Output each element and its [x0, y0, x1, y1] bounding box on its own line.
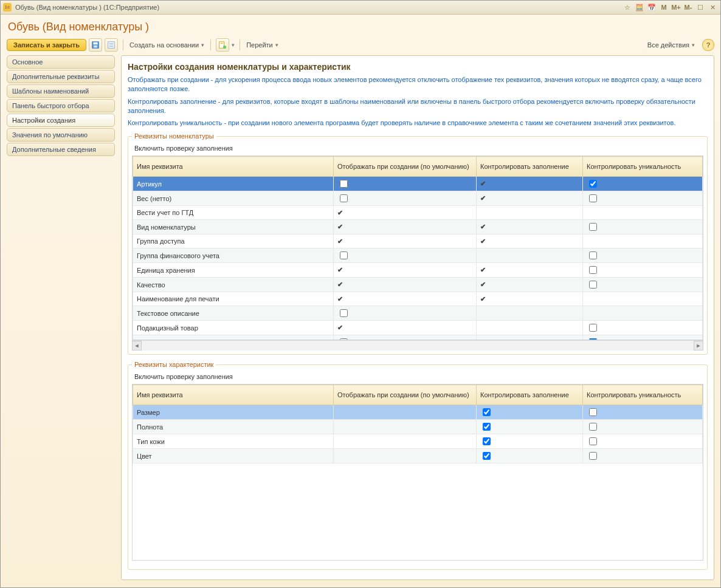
cell-name[interactable]: Текстовое описание [133, 306, 334, 321]
table-row[interactable]: Вес (нетто)✔ [133, 191, 703, 206]
checkbox[interactable] [340, 338, 348, 340]
table-row[interactable]: Вид номенклатуры✔✔ [133, 220, 703, 234]
col-uniq[interactable]: Контролировать уникальность [583, 157, 703, 177]
cell-show[interactable] [334, 420, 477, 434]
table-row[interactable]: Группа финансового учета [133, 248, 703, 263]
cell-show[interactable]: ✔ [334, 292, 477, 306]
side-tab-4[interactable]: Настройки создания [7, 114, 115, 127]
cell-uniq[interactable] [583, 434, 703, 449]
toggle-fill-check-link-1[interactable]: Включить проверку заполнения [134, 145, 703, 152]
cell-show[interactable]: ✔ [334, 321, 477, 335]
checkbox[interactable] [483, 423, 491, 431]
memory-m-icon[interactable]: M [658, 2, 669, 12]
cell-fill[interactable] [477, 306, 583, 321]
cell-fill[interactable] [477, 248, 583, 263]
cell-show[interactable] [334, 177, 477, 191]
cell-fill[interactable] [477, 420, 583, 434]
col-fill[interactable]: Контролировать заполнение [477, 157, 583, 177]
cell-name[interactable]: Качество [133, 278, 334, 292]
checkbox[interactable] [589, 266, 597, 274]
cell-name[interactable]: Вид номенклатуры [133, 220, 334, 234]
cell-show[interactable] [334, 248, 477, 263]
cell-uniq[interactable] [583, 206, 703, 220]
cell-uniq[interactable] [583, 248, 703, 263]
favorite-icon[interactable]: ☆ [622, 2, 633, 12]
cell-uniq[interactable] [583, 191, 703, 206]
col-show[interactable]: Отображать при создании (по умолчанию) [334, 157, 477, 177]
cell-show[interactable]: ✔ [334, 220, 477, 234]
cell-fill[interactable]: ✔ [477, 191, 583, 206]
calendar-icon[interactable]: 📅 [646, 2, 657, 12]
cell-show[interactable] [334, 335, 477, 340]
checkbox[interactable] [589, 281, 597, 289]
cell-uniq[interactable] [583, 263, 703, 278]
cell-name[interactable]: Группа финансового учета [133, 248, 334, 263]
cell-show[interactable] [334, 405, 477, 420]
cell-fill[interactable]: ✔ [477, 177, 583, 191]
checkbox[interactable] [589, 423, 597, 431]
create-based-on-menu[interactable]: Создать на основании [128, 41, 205, 49]
table-row[interactable]: Качество✔✔ [133, 278, 703, 292]
cell-show[interactable] [334, 306, 477, 321]
scroll-right-icon[interactable]: ► [694, 341, 703, 350]
checkbox[interactable] [589, 180, 597, 188]
cell-name[interactable]: Подакцизный товар [133, 321, 334, 335]
col-fill[interactable]: Контролировать заполнение [477, 385, 583, 405]
cell-uniq[interactable] [583, 220, 703, 234]
side-tab-5[interactable]: Значения по умолчанию [7, 128, 115, 142]
cell-uniq[interactable] [583, 292, 703, 306]
checkbox[interactable] [483, 452, 491, 460]
table-row[interactable]: Группа доступа✔✔ [133, 234, 703, 248]
cell-fill[interactable] [477, 321, 583, 335]
cell-name[interactable]: Размер [133, 405, 334, 420]
col-uniq[interactable]: Контролировать уникальность [583, 385, 703, 405]
table-row[interactable]: Размер [133, 405, 703, 420]
calculator-icon[interactable]: 🧮 [634, 2, 645, 12]
cell-fill[interactable]: ✔ [477, 292, 583, 306]
cell-uniq[interactable] [583, 177, 703, 191]
cell-uniq[interactable] [583, 321, 703, 335]
grid-characteristics-table[interactable]: Имя реквизита Отображать при создании (п… [133, 385, 703, 463]
checkbox[interactable] [589, 452, 597, 460]
side-tab-2[interactable]: Шаблоны наименований [7, 84, 115, 98]
list-icon[interactable] [105, 38, 118, 52]
checkbox[interactable] [340, 194, 348, 202]
cell-show[interactable]: ✔ [334, 263, 477, 278]
cell-show[interactable] [334, 434, 477, 449]
cell-name[interactable]: Тип кожи [133, 434, 334, 449]
help-icon[interactable]: ? [702, 39, 714, 51]
close-icon[interactable]: ✕ [707, 2, 718, 12]
grid1-hscroll[interactable]: ◄ ► [132, 340, 703, 350]
grid-nomenclature-table[interactable]: Имя реквизита Отображать при создании (п… [133, 156, 703, 340]
cell-fill[interactable] [477, 449, 583, 463]
checkbox[interactable] [340, 309, 348, 317]
save-and-close-button[interactable]: Записать и закрыть [7, 39, 86, 51]
table-row[interactable]: Производитель✔ [133, 335, 703, 340]
cell-name[interactable]: Вес (нетто) [133, 191, 334, 206]
col-name[interactable]: Имя реквизита [133, 157, 334, 177]
side-tab-3[interactable]: Панель быстрого отбора [7, 99, 115, 112]
cell-uniq[interactable] [583, 335, 703, 340]
checkbox[interactable] [589, 194, 597, 202]
table-row[interactable]: Наименование для печати✔✔ [133, 292, 703, 306]
cell-uniq[interactable] [583, 306, 703, 321]
table-row[interactable]: Тип кожи [133, 434, 703, 449]
checkbox[interactable] [589, 437, 597, 445]
table-row[interactable]: Единица хранения✔✔ [133, 263, 703, 278]
checkbox[interactable] [589, 223, 597, 231]
table-row[interactable]: Подакцизный товар✔ [133, 321, 703, 335]
cell-name[interactable]: Наименование для печати [133, 292, 334, 306]
report-icon[interactable] [216, 38, 229, 52]
cell-name[interactable]: Вести учет по ГТД [133, 206, 334, 220]
cell-fill[interactable]: ✔ [477, 234, 583, 248]
cell-fill[interactable]: ✔ [477, 220, 583, 234]
cell-name[interactable]: Полнота [133, 420, 334, 434]
checkbox[interactable] [589, 408, 597, 416]
checkbox[interactable] [340, 180, 348, 188]
cell-uniq[interactable] [583, 420, 703, 434]
side-tab-1[interactable]: Дополнительные реквизиты [7, 70, 115, 83]
cell-uniq[interactable] [583, 405, 703, 420]
table-row[interactable]: Цвет [133, 449, 703, 463]
checkbox[interactable] [589, 338, 597, 340]
maximize-icon[interactable]: ☐ [695, 2, 706, 12]
